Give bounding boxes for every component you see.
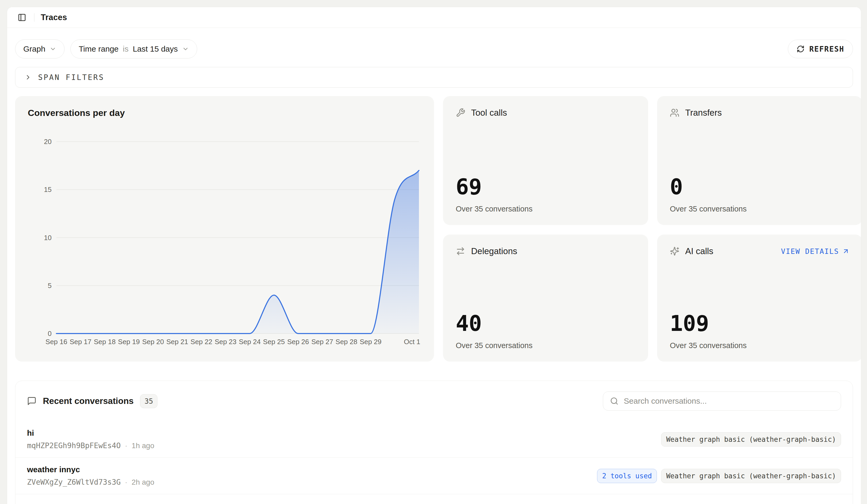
toolbar: Graph Time range is Last 15 days REFRESH: [15, 40, 853, 58]
conversation-row[interactable]: hi mqHZP2EGh9h9BpFEwEs4O · 1h ago Weathe…: [15, 421, 853, 458]
search-icon: [610, 397, 619, 405]
stat-caption: Over 35 conversations: [456, 341, 635, 350]
span-filters-toggle[interactable]: SPAN FILTERS: [15, 67, 853, 88]
chevron-right-icon: [24, 74, 32, 81]
conversation-id: ZVeWXgZy_Z6WltVd73s3G: [27, 478, 121, 486]
refresh-label: REFRESH: [809, 45, 844, 53]
message-square-icon: [27, 396, 36, 406]
main-panel: Traces Graph Time range is Last 15 days: [7, 7, 861, 504]
time-range-value: Last 15 days: [133, 44, 178, 53]
span-filters-label: SPAN FILTERS: [38, 73, 104, 82]
svg-text:Sep 19: Sep 19: [118, 338, 140, 346]
chevron-down-icon: [182, 45, 189, 52]
stat-title: Delegations: [471, 246, 517, 256]
svg-text:Sep 17: Sep 17: [69, 338, 91, 346]
tool-calls-card: Tool calls 69 Over 35 conversations: [443, 96, 648, 225]
stat-caption: Over 35 conversations: [670, 341, 849, 350]
conversation-badges: Weather graph basic (weather-graph-basic…: [661, 432, 841, 447]
svg-text:Sep 20: Sep 20: [142, 338, 164, 346]
svg-text:Sep 27: Sep 27: [311, 338, 333, 346]
view-details-label: VIEW DETAILS: [781, 247, 839, 256]
svg-text:Sep 16: Sep 16: [45, 338, 67, 346]
meta-separator: ·: [125, 441, 127, 450]
stats-grid: Conversations per day 05101520Sep 16Sep …: [15, 96, 853, 362]
svg-text:Sep 25: Sep 25: [263, 338, 285, 346]
svg-text:Sep 22: Sep 22: [191, 338, 212, 346]
search-box: [603, 392, 841, 410]
svg-text:20: 20: [44, 138, 52, 146]
panel-left-icon: [18, 13, 26, 22]
conversation-row[interactable]: weather innyc ZVeWXgZy_Z6WltVd73s3G · 2h…: [15, 458, 853, 494]
conversation-time: 1h ago: [131, 441, 154, 450]
refresh-button[interactable]: REFRESH: [788, 40, 853, 58]
conversation-title: hi: [27, 429, 154, 438]
stat-caption: Over 35 conversations: [456, 205, 635, 213]
svg-text:Sep 21: Sep 21: [166, 338, 188, 346]
stat-value: 109: [670, 313, 849, 334]
svg-text:Sep 23: Sep 23: [215, 338, 236, 346]
stat-title: Transfers: [685, 108, 722, 118]
view-details-link[interactable]: VIEW DETAILS: [781, 247, 849, 256]
delegations-card: Delegations 40 Over 35 conversations: [443, 235, 648, 362]
svg-text:Sep 26: Sep 26: [287, 338, 309, 346]
chart-title: Conversations per day: [28, 108, 421, 118]
stat-value: 69: [456, 176, 635, 198]
arrow-up-right-icon: [842, 247, 849, 255]
time-range-operator: is: [123, 44, 129, 53]
users-icon: [670, 108, 679, 118]
ai-calls-card: AI calls VIEW DETAILS 109 Over 35 conver…: [657, 235, 861, 362]
stat-title: Tool calls: [471, 108, 507, 118]
view-mode-dropdown[interactable]: Graph: [15, 40, 65, 58]
stat-value: 40: [456, 313, 635, 334]
svg-text:Sep 24: Sep 24: [239, 338, 260, 346]
conversation-count-badge: 35: [140, 394, 158, 408]
conversations-chart-card: Conversations per day 05101520Sep 16Sep …: [15, 96, 434, 362]
chevron-down-icon: [50, 45, 56, 52]
conversation-time: 2h ago: [131, 478, 154, 486]
recent-conversations-card: Recent conversations 35 hi mqHZP2EGh9h9B…: [15, 380, 853, 504]
sidebar-toggle-button[interactable]: [16, 12, 28, 23]
page-title: Traces: [41, 13, 67, 22]
conversation-list: hi mqHZP2EGh9h9BpFEwEs4O · 1h ago Weathe…: [15, 421, 853, 494]
view-mode-label: Graph: [23, 44, 45, 53]
top-header: Traces: [7, 7, 861, 28]
svg-text:Sep 29: Sep 29: [360, 338, 381, 346]
agent-badge: Weather graph basic (weather-graph-basic…: [661, 432, 841, 447]
svg-text:Sep 28: Sep 28: [335, 338, 357, 346]
wrench-icon: [456, 108, 465, 118]
svg-text:0: 0: [48, 330, 52, 337]
conversation-id: mqHZP2EGh9h9BpFEwEs4O: [27, 441, 121, 450]
svg-text:15: 15: [44, 185, 52, 193]
arrow-right-left-icon: [456, 246, 465, 256]
conversation-title: weather innyc: [27, 465, 154, 474]
tools-used-badge: 2 tools used: [597, 469, 657, 483]
transfers-card: Transfers 0 Over 35 conversations: [657, 96, 861, 225]
stat-title: AI calls: [685, 246, 713, 256]
conversation-badges: 2 tools usedWeather graph basic (weather…: [597, 469, 841, 483]
meta-separator: ·: [125, 478, 127, 486]
agent-badge: Weather graph basic (weather-graph-basic…: [661, 469, 841, 483]
search-input[interactable]: [623, 396, 834, 406]
time-range-dropdown[interactable]: Time range is Last 15 days: [71, 40, 197, 58]
header-divider: [34, 13, 34, 22]
stat-caption: Over 35 conversations: [670, 205, 849, 213]
recent-conversations-title: Recent conversations: [43, 396, 133, 406]
sparkles-icon: [670, 246, 679, 256]
toolbar-filters: Graph Time range is Last 15 days: [15, 40, 197, 58]
conversations-per-day-chart: 05101520Sep 16Sep 17Sep 18Sep 19Sep 20Se…: [28, 129, 421, 349]
svg-text:10: 10: [44, 234, 52, 242]
stat-value: 0: [670, 176, 849, 198]
time-range-field: Time range: [78, 44, 119, 53]
svg-text:Sep 18: Sep 18: [94, 338, 115, 346]
refresh-icon: [796, 45, 804, 53]
svg-text:5: 5: [48, 282, 52, 290]
svg-text:Oct 1: Oct 1: [404, 338, 420, 346]
